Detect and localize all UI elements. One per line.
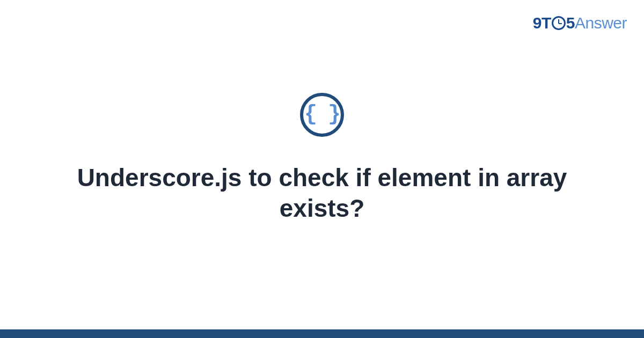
main-content: { } Underscore.js to check if element in…	[0, 0, 644, 338]
code-braces-icon: { }	[300, 93, 344, 137]
footer-accent-bar	[0, 329, 644, 338]
page-title: Underscore.js to check if element in arr…	[75, 163, 569, 224]
code-braces-glyph: { }	[304, 104, 340, 126]
